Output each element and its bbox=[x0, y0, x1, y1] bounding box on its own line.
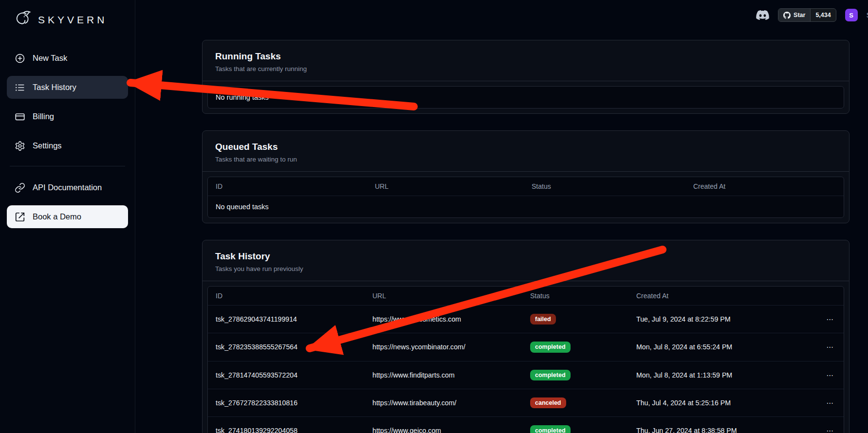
sidebar-item-new-task[interactable]: New Task bbox=[7, 47, 128, 70]
column-header-url: URL bbox=[365, 287, 522, 305]
task-created-at: Mon, Jul 8, 2024 at 1:13:59 PM bbox=[628, 363, 816, 387]
column-header-status: Status bbox=[522, 287, 628, 305]
main-content: Running Tasks Tasks that are currently r… bbox=[135, 0, 868, 433]
task-created-at: Mon, Jul 8, 2024 at 6:55:24 PM bbox=[628, 335, 816, 359]
task-id: tsk_278629043741199914 bbox=[208, 307, 365, 331]
task-id: tsk_278235388555267564 bbox=[208, 335, 365, 359]
task-history-header: Task History Tasks you have run previous… bbox=[203, 240, 849, 281]
credit-card-icon bbox=[15, 111, 25, 122]
status-badge: failed bbox=[530, 314, 556, 325]
sidebar-item-settings[interactable]: Settings bbox=[7, 134, 128, 157]
table-row[interactable]: tsk_274180139292204058 https://www.geico… bbox=[208, 416, 844, 433]
sidebar-item-book-a-demo[interactable]: Book a Demo bbox=[7, 205, 128, 228]
card-subtitle: Tasks that are currently running bbox=[215, 65, 836, 72]
queued-tasks-card: Queued Tasks Tasks that are waiting to r… bbox=[202, 130, 850, 223]
sidebar-item-label: Task History bbox=[33, 83, 76, 92]
task-created-at: Thu, Jul 4, 2024 at 5:25:16 PM bbox=[628, 391, 816, 415]
github-star-text: Star bbox=[794, 12, 805, 18]
list-icon bbox=[15, 82, 25, 93]
discord-button[interactable] bbox=[756, 10, 769, 20]
task-history-card: Task History Tasks you have run previous… bbox=[202, 240, 850, 433]
task-created-at: Thu, Jun 27, 2024 at 8:38:58 PM bbox=[628, 418, 816, 433]
task-url: https://www.tecosmetics.com bbox=[365, 307, 522, 331]
card-title: Queued Tasks bbox=[215, 142, 836, 152]
empty-state-text: No queued tasks bbox=[208, 196, 844, 217]
column-header-url: URL bbox=[367, 177, 524, 196]
running-tasks-table: No running tasks bbox=[207, 86, 844, 108]
card-title: Task History bbox=[215, 251, 836, 262]
task-history-table: ID URL Status Created At tsk_27862904374… bbox=[207, 286, 844, 433]
task-id: tsk_274180139292204058 bbox=[208, 418, 365, 433]
sidebar-nav: New Task Task History Billing Settings A… bbox=[7, 47, 128, 228]
sidebar-item-label: Settings bbox=[33, 141, 62, 150]
queued-tasks-table: ID URL Status Created At No queued tasks bbox=[207, 177, 844, 218]
table-row[interactable]: tsk_278147405593572204 https://www.findi… bbox=[208, 361, 844, 389]
user-avatar[interactable]: S bbox=[845, 9, 858, 21]
sidebar-item-api-documentation[interactable]: API Documentation bbox=[7, 176, 128, 199]
task-created-at: Tue, Jul 9, 2024 at 8:22:59 PM bbox=[628, 307, 816, 331]
row-actions-button[interactable]: ⋯ bbox=[816, 418, 844, 433]
github-star-label: Star bbox=[778, 9, 811, 21]
status-badge: completed bbox=[530, 425, 571, 433]
card-title: Running Tasks bbox=[215, 51, 836, 62]
queued-tasks-header: Queued Tasks Tasks that are waiting to r… bbox=[203, 131, 849, 172]
brand-name: SKYVERN bbox=[38, 14, 107, 26]
brand-logo[interactable]: SKYVERN bbox=[7, 6, 128, 34]
link-icon bbox=[15, 182, 25, 193]
column-header-created-at: Created At bbox=[685, 177, 844, 196]
sidebar-divider bbox=[10, 166, 125, 166]
plus-circle-icon bbox=[15, 53, 25, 64]
sidebar: SKYVERN New Task Task History Billing Se… bbox=[0, 0, 135, 433]
column-header-id: ID bbox=[208, 287, 365, 305]
running-tasks-header: Running Tasks Tasks that are currently r… bbox=[203, 40, 849, 81]
sidebar-item-label: Billing bbox=[33, 112, 54, 121]
row-actions-button[interactable]: ⋯ bbox=[816, 307, 844, 331]
column-header-actions bbox=[816, 290, 844, 301]
row-actions-button[interactable]: ⋯ bbox=[816, 335, 844, 359]
table-header-row: ID URL Status Created At bbox=[208, 177, 844, 196]
column-header-created-at: Created At bbox=[628, 287, 816, 305]
row-actions-button[interactable]: ⋯ bbox=[816, 363, 844, 387]
table-header-row: ID URL Status Created At bbox=[208, 287, 844, 305]
table-row[interactable]: tsk_276727822333810816 https://www.tirab… bbox=[208, 389, 844, 416]
task-url: https://news.ycombinator.com/ bbox=[365, 335, 522, 359]
skyvern-dragon-icon bbox=[11, 9, 33, 31]
github-icon bbox=[783, 12, 791, 19]
task-url: https://www.geico.com bbox=[365, 418, 522, 433]
table-row[interactable]: tsk_278235388555267564 https://news.ycom… bbox=[208, 333, 844, 361]
task-url: https://www.finditparts.com bbox=[365, 363, 522, 387]
task-id: tsk_278147405593572204 bbox=[208, 363, 365, 387]
github-star-button[interactable]: Star 5,434 bbox=[778, 8, 836, 22]
running-tasks-card: Running Tasks Tasks that are currently r… bbox=[202, 40, 850, 114]
external-link-icon bbox=[15, 212, 25, 222]
user-name-clipped: S bbox=[867, 11, 868, 19]
status-badge: completed bbox=[530, 342, 571, 352]
card-subtitle: Tasks that are waiting to run bbox=[215, 156, 836, 163]
task-url: https://www.tirabeauty.com/ bbox=[365, 391, 522, 415]
column-header-id: ID bbox=[208, 177, 367, 196]
gear-icon bbox=[15, 141, 25, 151]
row-actions-button[interactable]: ⋯ bbox=[816, 391, 844, 415]
empty-state-queued: No queued tasks bbox=[208, 196, 844, 217]
empty-state-running: No running tasks bbox=[208, 87, 844, 108]
discord-icon bbox=[756, 10, 769, 20]
sidebar-item-label: API Documentation bbox=[33, 183, 102, 192]
table-row[interactable]: tsk_278629043741199914 https://www.tecos… bbox=[208, 305, 844, 333]
github-star-count: 5,434 bbox=[811, 9, 835, 21]
sidebar-item-billing[interactable]: Billing bbox=[7, 105, 128, 128]
column-header-status: Status bbox=[524, 177, 685, 196]
sidebar-item-label: Book a Demo bbox=[33, 212, 81, 221]
card-subtitle: Tasks you have run previously bbox=[215, 265, 836, 272]
status-badge: completed bbox=[530, 370, 571, 380]
status-badge: canceled bbox=[530, 397, 566, 408]
sidebar-item-label: New Task bbox=[33, 54, 67, 63]
sidebar-item-task-history[interactable]: Task History bbox=[7, 76, 128, 99]
task-id: tsk_276727822333810816 bbox=[208, 391, 365, 415]
topbar: Star 5,434 S S bbox=[756, 8, 868, 22]
